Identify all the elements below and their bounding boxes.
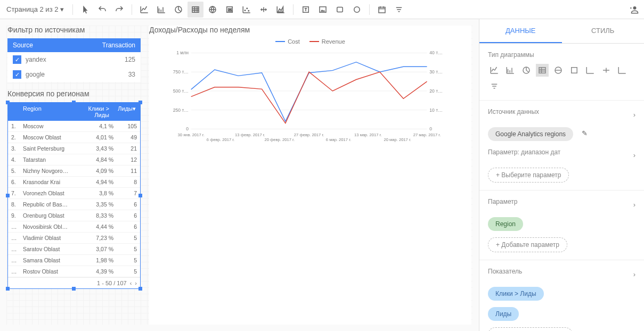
type-geo-icon[interactable] [552,64,565,77]
type-table-icon[interactable] [536,64,549,77]
svg-text:21: 21 [228,8,232,12]
date-range-icon[interactable] [374,2,390,18]
svg-text:0: 0 [186,126,189,131]
datasource-chip[interactable]: Google Analytics regions [488,127,573,141]
svg-text:27 февр. 2017 г.: 27 февр. 2017 г. [294,133,324,137]
svg-text:30 т…: 30 т… [429,69,442,75]
add-user-icon[interactable] [626,2,642,18]
svg-text:6 февр. 2017 г.: 6 февр. 2017 г. [207,137,234,142]
table-row[interactable]: 2.Moscow Oblast4,01 %49 [8,132,140,143]
svg-text:10 т…: 10 т… [429,107,442,113]
tab-data[interactable]: ДАННЫЕ [479,19,562,43]
svg-text:30 янв. 2017 г.: 30 янв. 2017 г. [178,133,205,137]
table-row[interactable]: 5.Nizhny Novgoro…4,09 %11 [8,166,140,177]
type-filter-icon[interactable] [488,80,501,93]
table-row[interactable]: …Saratov Oblast3,07 %5 [8,244,140,255]
canvas[interactable]: Таблица Фильтр по источникам SourceTrans… [0,19,479,331]
svg-rect-10 [337,7,343,12]
svg-text:20 мар. 2017 г.: 20 мар. 2017 г. [384,137,411,142]
svg-text:1 млн: 1 млн [176,50,189,55]
pie-chart-icon[interactable] [170,2,186,18]
filter-row[interactable]: ✓yandex125 [7,52,141,67]
type-pie-icon[interactable] [520,64,533,77]
type-scatter-icon[interactable] [584,64,597,77]
table-row[interactable]: …Samara Oblast1,98 %5 [8,255,140,266]
table-row[interactable]: 9.Orenburg Oblast8,33 %6 [8,210,140,221]
rect-icon[interactable] [332,2,348,18]
geo-chart-icon[interactable] [205,2,221,18]
chevron-right-icon[interactable]: › [633,270,635,278]
svg-text:250 т…: 250 т… [173,107,189,113]
svg-text:27 мар. 2017 г.: 27 мар. 2017 г. [413,133,441,137]
add-metric-button[interactable]: + Добавить показатель [488,327,573,331]
svg-text:40 т…: 40 т… [429,50,442,55]
line-chart: 1 млн750 т…500 т…250 т…0 40 т…30 т…20 т…… [149,48,471,154]
table-row[interactable]: 4.Tatarstan4,84 %12 [8,154,140,166]
type-bullet-icon[interactable] [600,64,613,77]
svg-text:13 февр. 2017 г.: 13 февр. 2017 г. [235,133,265,137]
bar-chart-icon[interactable] [153,2,169,18]
filter-icon[interactable] [391,2,407,18]
svg-point-11 [354,6,360,12]
svg-point-5 [245,10,246,11]
type-scorecard-icon[interactable] [568,64,581,77]
scatter-chart-icon[interactable] [239,2,255,18]
toolbar: Страница 2 из 2 ▾ 21 [0,0,644,19]
regions-title: Конверсия по регионам [7,89,141,98]
page-selector[interactable]: Страница 2 из 2 ▾ [2,5,68,13]
filter-title: Фильтр по источникам [7,26,141,34]
undo-button[interactable] [94,2,110,18]
bullet-chart-icon[interactable] [256,2,272,18]
circle-icon[interactable] [349,2,365,18]
svg-text:500 т…: 500 т… [173,88,189,94]
scorecard-icon[interactable]: 21 [222,2,238,18]
svg-rect-41 [572,68,577,73]
svg-rect-39 [539,68,545,73]
text-icon[interactable] [298,2,314,18]
checkbox-icon[interactable]: ✓ [13,70,21,79]
redo-button[interactable] [111,2,127,18]
line-chart-icon[interactable] [136,2,152,18]
add-dimension-button[interactable]: + Добавьте параметр [488,237,567,252]
type-area-icon[interactable] [616,64,629,77]
chart-legend: Cost Revenue [149,38,471,45]
tab-style[interactable]: СТИЛЬ [562,19,645,43]
chart-widget[interactable]: Доходы/Расходы по неделям Cost Revenue 1… [149,26,471,325]
regions-widget[interactable]: Конверсия по регионам RegionКлики > Лиды… [7,89,141,289]
type-line-icon[interactable] [488,64,501,77]
table-row[interactable]: …Novosibirsk Obl…4,44 %6 [8,221,140,233]
checkbox-icon[interactable]: ✓ [13,55,21,64]
image-icon[interactable] [315,2,331,18]
table-icon[interactable] [188,2,203,18]
metric-chip[interactable]: Клики > Лиды [488,287,544,301]
table-row[interactable]: 1.Moscow4,1 %105 [8,121,140,132]
table-row[interactable]: 6.Krasnodar Krai4,94 %8 [8,177,140,188]
select-tool[interactable] [77,2,93,18]
svg-text:20 т…: 20 т… [429,88,442,94]
chevron-right-icon[interactable]: › [633,201,635,209]
metric-chip[interactable]: Лиды [488,307,519,321]
chevron-right-icon[interactable]: › [633,111,635,119]
filter-row[interactable]: ✓google33 [7,67,141,82]
dimension-chip[interactable]: Region [488,217,523,231]
sidebar: ДАННЫЕ СТИЛЬ Тип диаграммы Источник данн… [479,19,644,331]
table-row[interactable]: …Vladimir Oblast7,23 %5 [8,233,140,244]
svg-text:20 февр. 2017 г.: 20 февр. 2017 г. [264,137,295,142]
area-chart-icon[interactable] [273,2,289,18]
svg-point-7 [248,10,249,11]
filter-widget[interactable]: Фильтр по источникам SourceTransaction ✓… [7,26,141,82]
svg-point-13 [633,6,637,10]
table-row[interactable]: 7.Voronezh Oblast3,8 %7 [8,188,140,199]
svg-point-6 [247,8,248,9]
table-row[interactable]: …Rostov Oblast4,39 %5 [8,266,140,277]
svg-text:0: 0 [429,126,432,131]
table-row[interactable]: 8.Republic of Bas…3,35 %6 [8,199,140,210]
svg-rect-12 [379,7,385,13]
chart-type-row [488,64,635,93]
add-daterange-button[interactable]: + Выберите параметр [488,168,569,183]
table-row[interactable]: 3.Saint Petersburg3,43 %21 [8,143,140,154]
pencil-icon[interactable]: ✎ [582,129,588,137]
svg-text:6 мар. 2017 г.: 6 мар. 2017 г. [326,137,351,142]
chevron-right-icon[interactable]: › [633,151,635,159]
type-bar-icon[interactable] [504,64,517,77]
